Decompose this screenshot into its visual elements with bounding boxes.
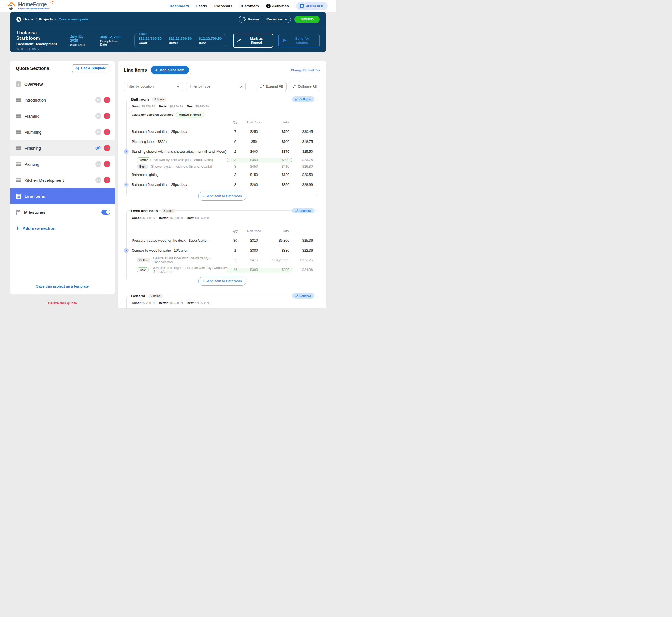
line-item-row[interactable]: Plumbing labor - $35/hr 9 $50 $700 $18.7… <box>131 137 314 147</box>
homeforge-logo[interactable]: HomeForge Project Management for Builder… <box>7 2 53 10</box>
visibility-eye-icon[interactable] <box>95 129 101 135</box>
qty-cell: 3 <box>227 158 243 162</box>
visibility-eye-icon[interactable] <box>95 177 101 183</box>
remove-section-icon[interactable] <box>104 161 110 167</box>
sidebar-item-label: Line Items <box>25 194 45 199</box>
breadcrumb-projects[interactable]: Projects <box>39 17 53 21</box>
line-item-row[interactable]: Bathroom lighting 3 $150 $120 $20.50 <box>131 170 314 180</box>
nav-customers[interactable]: Customers <box>239 4 259 8</box>
visibility-eye-icon[interactable] <box>95 113 101 119</box>
sidebar-item-plumbing[interactable]: Plumbing <box>10 124 115 140</box>
upgrade-option-row[interactable]: Best Ultra premium high endurance with 1… <box>131 265 314 275</box>
save-as-template-link[interactable]: Save this project as a template <box>10 279 115 294</box>
use-template-button[interactable]: Use a Template <box>72 64 109 72</box>
upgrade-description: Shower system with jets (Brand: Delta) <box>154 158 213 162</box>
drag-handle-icon[interactable] <box>16 114 21 118</box>
total-cell: $120 <box>265 173 292 177</box>
home-icon[interactable] <box>16 17 21 22</box>
sidebar-item-finishing[interactable]: Finishing <box>10 140 115 156</box>
total-best: $12,22,799.50 Best <box>199 36 222 44</box>
sidebar-item-kitchen-development[interactable]: Kitchen Development <box>10 172 115 188</box>
qty-cell: 9 <box>227 140 243 144</box>
filter-by-type-select[interactable]: Filter by Type <box>186 82 246 91</box>
visibility-eye-icon[interactable] <box>95 97 101 103</box>
unit-price-cell: $450 <box>243 165 265 169</box>
total-header: Total <box>265 121 292 124</box>
drag-handle-icon[interactable] <box>16 98 21 102</box>
table-header-row: Qty Unit Price Total <box>131 120 314 126</box>
nav-proposals[interactable]: Proposals <box>214 4 232 8</box>
chevron-down-icon <box>239 85 242 87</box>
upgrade-option-row[interactable]: Better Deluxe all weather with 5yr warra… <box>131 255 314 265</box>
start-date: July 12, 2028 Start Date <box>70 35 91 46</box>
line-item-row[interactable]: Bathroom floor and tiles - 25pcs box 8 $… <box>131 180 314 190</box>
delete-quote-link[interactable]: Delete this quote <box>10 301 115 305</box>
upgrade-option-row[interactable]: Best Shower system with jets (Brand: Cas… <box>131 164 314 170</box>
unit-price-cell: $50 <box>243 140 265 144</box>
drag-handle-icon[interactable] <box>16 178 21 182</box>
section-collapse-button[interactable]: Collapse <box>292 293 314 298</box>
upgrade-option-row[interactable]: Better Shower system with jets (Brand: D… <box>131 157 314 164</box>
remove-section-icon[interactable] <box>104 177 110 183</box>
tier-badge-best: Best <box>137 267 149 272</box>
sidebar-item-label: Finishing <box>24 146 41 151</box>
line-item-row[interactable]: Pressure treated wood for the deck - 10p… <box>131 236 314 245</box>
drag-handle-icon[interactable] <box>16 146 21 150</box>
section-collapse-button[interactable]: Collapse <box>292 208 314 213</box>
revise-button[interactable]: Revise <box>239 16 263 23</box>
upgrade-description: Deluxe all weather with 5yr warranty - 1… <box>153 256 227 264</box>
project-title: Basement Development <box>16 42 61 46</box>
remove-section-icon[interactable] <box>104 97 110 103</box>
user-menu[interactable]: JOHN DOE <box>296 2 328 10</box>
send-for-signing-button[interactable]: Send for singing <box>278 34 320 47</box>
visibility-eye-icon[interactable] <box>95 161 101 167</box>
remove-section-icon[interactable] <box>104 145 110 151</box>
sidebar-item-line-items[interactable]: Line Items <box>10 188 115 204</box>
drag-handle-icon[interactable] <box>16 162 21 166</box>
sidebar-item-framing[interactable]: Framing <box>10 108 115 124</box>
breadcrumb-home[interactable]: Home <box>23 17 33 21</box>
add-line-item-button[interactable]: + Add a line item <box>151 66 189 74</box>
expand-icon <box>260 85 264 88</box>
sidebar-item-label: Plumbing <box>24 130 42 135</box>
milestones-toggle-on[interactable] <box>101 210 110 215</box>
mark-as-signed-button[interactable]: Mark as Signed <box>233 34 273 47</box>
signed-status-button[interactable]: SIGNED <box>294 16 320 23</box>
filter-by-location-select[interactable]: Filter by Location <box>124 82 183 91</box>
remove-section-icon[interactable] <box>104 129 110 135</box>
line-item-row[interactable]: Bathroom floor and tiles - 25pcs box 7 $… <box>131 127 314 137</box>
change-default-tax-link[interactable]: Change Default Tax <box>291 68 320 72</box>
nav-leads[interactable]: Leads <box>196 4 207 8</box>
line-items-title: Line Items <box>124 67 147 73</box>
sidebar-item-overview[interactable]: Overview <box>10 76 115 92</box>
line-item-row[interactable]: Standing shower with hand shower attachm… <box>131 147 314 157</box>
row-collapse-chevron-icon[interactable] <box>124 149 129 154</box>
add-item-to-section-button[interactable]: +Add item to Bathroom <box>198 277 246 285</box>
nav-dashboard[interactable]: Dashboard <box>170 4 189 8</box>
unit-price-cell: $200 <box>243 183 265 187</box>
total-cell: $370 <box>265 150 292 154</box>
nav-activities[interactable]: Activities <box>266 4 289 8</box>
sidebar-item-painting[interactable]: Painting <box>10 156 115 172</box>
unit-price-cell: $399 <box>243 268 265 272</box>
row-expand-chevron-icon[interactable] <box>124 182 129 187</box>
line-item-row[interactable]: Composite wood for patio - 10/carton 1 $… <box>131 245 314 255</box>
item-description: Standing shower with hand shower attachm… <box>131 150 227 154</box>
sidebar-item-milestones[interactable]: Milestones <box>10 204 115 220</box>
signature-pen-icon <box>237 39 242 42</box>
line-items-list-icon <box>16 194 21 199</box>
sidebar-item-label: Overview <box>24 82 43 86</box>
quote-sections-title: Quote Sections <box>16 66 49 71</box>
collapse-all-button[interactable]: Collapse All <box>289 82 320 91</box>
visibility-off-eye-icon[interactable] <box>95 145 101 151</box>
add-item-to-section-button[interactable]: +Add item to Bathroom <box>198 192 246 201</box>
section-collapse-button[interactable]: Collapse <box>292 96 314 102</box>
margin-cell: $20.50 <box>292 173 314 177</box>
remove-section-icon[interactable] <box>104 113 110 119</box>
sidebar-item-introduction[interactable]: Introduction <box>10 92 115 108</box>
expand-all-button[interactable]: Expand All <box>257 82 286 91</box>
add-new-section-button[interactable]: +Add new section <box>10 220 115 236</box>
row-collapse-chevron-icon[interactable] <box>124 248 129 253</box>
revisions-dropdown[interactable]: Revisions <box>263 16 291 23</box>
drag-handle-icon[interactable] <box>16 130 21 134</box>
